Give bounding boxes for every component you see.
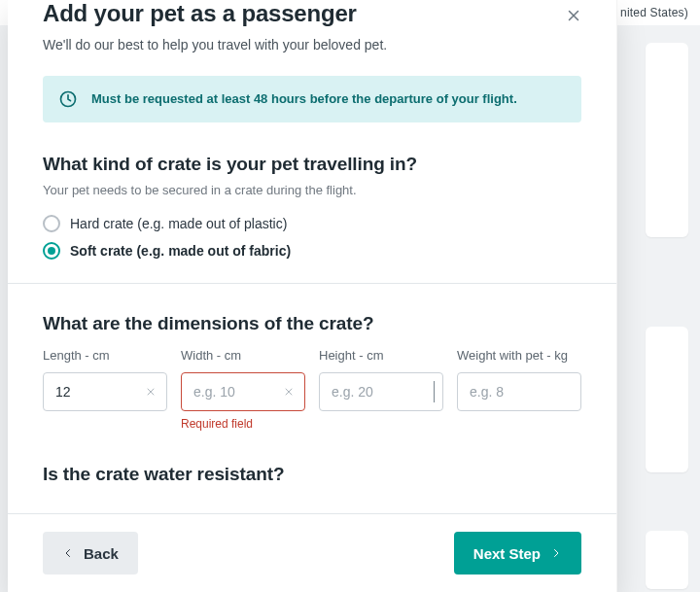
field-label: Weight with pet - kg — [457, 348, 581, 363]
radio-soft-crate[interactable]: Soft crate (e.g. made out of fabric) — [43, 242, 581, 260]
water-resistant-title: Is the crate water resistant? — [43, 464, 581, 485]
section-divider — [8, 283, 616, 284]
close-icon — [565, 7, 582, 24]
field-weight: Weight with pet - kg — [457, 348, 581, 411]
modal-header: Add your pet as a passenger We'll do our… — [43, 0, 581, 52]
field-error: Required field — [181, 417, 305, 431]
info-alert: Must be requested at least 48 hours befo… — [43, 76, 581, 122]
crate-kind-radios: Hard crate (e.g. made out of plastic) So… — [43, 215, 581, 260]
pet-modal: Add your pet as a passenger We'll do our… — [8, 0, 617, 592]
radio-label: Soft crate (e.g. made out of fabric) — [70, 243, 291, 259]
radio-indicator — [43, 215, 60, 232]
info-alert-text: Must be requested at least 48 hours befo… — [91, 91, 517, 106]
dimensions-title: What are the dimensions of the crate? — [43, 313, 581, 334]
radio-indicator — [43, 242, 60, 260]
field-label: Width - cm — [181, 348, 305, 363]
close-icon — [283, 386, 295, 398]
field-label: Height - cm — [319, 348, 443, 363]
input-wrap — [457, 372, 581, 411]
field-height: Height - cm — [319, 348, 443, 411]
field-length: Length - cm — [43, 348, 167, 411]
radio-hard-crate[interactable]: Hard crate (e.g. made out of plastic) — [43, 215, 581, 232]
modal-title: Add your pet as a passenger — [43, 0, 581, 27]
weight-input[interactable] — [458, 373, 580, 410]
modal-scroll-area: Add your pet as a passenger We'll do our… — [8, 0, 616, 513]
bg-card — [646, 531, 688, 589]
clock-icon — [58, 89, 78, 109]
crate-kind-hint: Your pet needs to be secured in a crate … — [43, 183, 581, 197]
radio-label: Hard crate (e.g. made out of plastic) — [70, 216, 287, 231]
chevron-left-icon — [62, 547, 74, 559]
clear-button[interactable] — [279, 382, 298, 401]
height-input[interactable] — [320, 373, 442, 410]
input-wrap — [181, 372, 305, 411]
next-button-label: Next Step — [473, 545, 541, 562]
bg-card — [646, 327, 688, 472]
input-wrap — [319, 372, 443, 411]
chevron-right-icon — [550, 547, 562, 559]
field-width: Width - cm Required field — [181, 348, 305, 431]
bg-card — [646, 43, 688, 237]
modal-footer: Back Next Step — [8, 513, 616, 592]
locale-indicator: nited States) — [620, 6, 688, 19]
clear-button[interactable] — [141, 382, 160, 401]
crate-kind-title: What kind of crate is your pet travellin… — [43, 154, 581, 175]
back-button[interactable]: Back — [43, 532, 138, 575]
dimensions-fields: Length - cm Width - cm — [43, 348, 581, 431]
input-wrap — [43, 372, 167, 411]
text-cursor — [434, 381, 435, 402]
close-icon — [145, 386, 157, 398]
modal-subtitle: We'll do our best to help you travel wit… — [43, 37, 581, 52]
back-button-label: Back — [84, 545, 119, 562]
field-label: Length - cm — [43, 348, 167, 363]
close-button[interactable] — [560, 2, 587, 29]
next-step-button[interactable]: Next Step — [454, 532, 581, 575]
